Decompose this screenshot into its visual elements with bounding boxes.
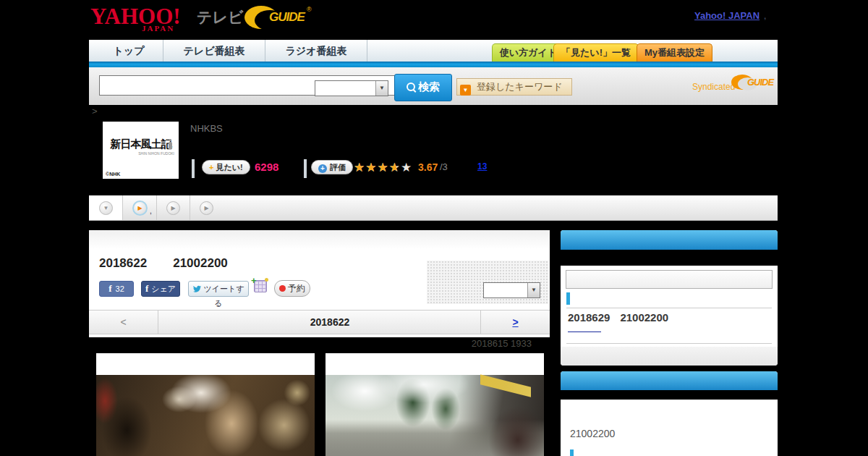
sidebar-box-header[interactable] [561,230,778,250]
episode-nav-row: < 2018622 > [89,310,550,334]
chevron-down-icon: ▼ [527,283,540,297]
rating-denominator: /3 [440,161,448,172]
media-tab-video-3[interactable]: ▶ [190,195,223,220]
tab-top[interactable]: トップ [95,40,163,62]
facebook-like-button[interactable]: f32 [99,281,134,297]
syndicated-label: Syndicated [692,82,735,92]
tab-tv-listings[interactable]: テレビ番組表 [163,40,265,62]
mitai-button[interactable]: +見たい! [202,160,250,174]
prev-episode-button[interactable]: < [89,311,158,334]
sidebar-box-header[interactable] [561,371,778,390]
episode-photo-2 [326,375,544,456]
mitai-list-button[interactable]: 「見たい!」一覧 [553,43,639,62]
chevron-down-icon: ▼ [375,81,388,96]
person-figure-icon [169,139,172,149]
plus-icon: + [318,164,327,173]
main-nav-bar: トップ テレビ番組表 ラジオ番組表 使い方ガイド 「見たい!」一覧 My番組表設… [89,40,778,62]
tab-text-mark: , [150,207,152,215]
registered-keywords-button[interactable]: ▼登録したキーワード [456,78,572,96]
chevron-down-circle-icon: ▼ [99,201,113,215]
sidebar-inner-box [566,270,773,289]
account-suffix: , [764,11,766,21]
current-episode-label: 2018622 [158,311,501,334]
yahoo-japan-link[interactable]: Yahoo! JAPAN [694,10,760,21]
channel-label: NHKBS [190,123,223,134]
page: YAHOO! JAPAN テレビ GUIDE ® Yahoo! JAPAN, ト… [0,0,868,456]
sidebar-box-past: 21002200 [561,371,778,456]
sidebar-entry-link[interactable] [568,332,601,332]
sidebar-box-subheader [561,250,778,266]
sidebar-entry: 201862921002200 [568,311,668,324]
star-icons-filled: ★★★★★ [354,160,396,175]
program-thumbnail: 新日本風土記 SHIN NIHON FUDOKI ©NHK [103,122,179,179]
reserve-button[interactable]: 予約 [274,280,310,297]
divider [192,159,195,178]
breadcrumb: > [92,106,98,117]
episode-photo-card-2[interactable] [326,353,544,456]
tab-radio-listings[interactable]: ラジオ番組表 [265,40,367,62]
syndicated-gguide-text: GUIDE [747,77,773,88]
twitter-bird-icon [192,285,202,293]
search-icon [407,83,415,91]
episode-photo-card-1[interactable] [96,353,315,456]
cyan-marker [570,449,574,456]
star-rating: ★★★★★ ★★★★★ [354,160,412,175]
plus-icon: + [209,163,213,172]
sidebar-box-subheader [561,390,778,400]
sidebar-entry: 21002200 [570,428,615,439]
media-tab-video-2[interactable]: ▶ [156,195,190,220]
episode-select[interactable]: ▼ [483,282,540,298]
media-tab-info[interactable]: ▼ [89,195,123,220]
gguide-registered-mark: ® [307,6,312,13]
review-count-link[interactable]: 13 [477,161,487,172]
search-category-select[interactable]: ▼ [315,80,388,96]
next-episode-link[interactable]: > [480,311,550,334]
yahoo-japan-logo-sub: JAPAN [142,24,174,33]
episode-photo-1 [96,375,315,456]
media-tab-strip: ▼ ▶, ▶ ▶ [89,195,778,221]
divider [566,343,772,344]
sidebar-box-footer [561,347,778,366]
play-circle-icon: ▶ [132,200,148,216]
search-bar: ▼ 検索 ▼登録したキーワード Syndicated GUIDE [89,67,778,105]
cyan-marker [566,292,570,305]
record-dot-icon [279,285,286,292]
chevron-down-icon: ▼ [460,85,471,96]
facebook-icon: f [109,283,111,294]
nav-accent-strip [89,62,778,67]
awning-shape [480,374,531,397]
program-logo-title: 新日本風土記 [103,138,179,151]
episode-title: 201862221002200 [99,256,228,271]
my-listings-settings-button[interactable]: My番組表設定 [637,43,712,62]
add-to-calendar-icon[interactable] [254,280,267,292]
rate-button[interactable]: +評価 [311,160,353,174]
episode-note: 2018615 1933 [89,338,532,349]
divider [304,159,307,178]
episode-card: 201862221002200 f32 fシェア ツイートする 予約 ▼ < 2… [89,230,550,337]
rating-value: 3.67 [418,161,438,173]
facebook-icon: f [145,283,148,294]
sidebar-box-upcoming: 201862921002200 [561,230,778,366]
play-circle-icon: ▶ [200,201,213,215]
facebook-share-button[interactable]: fシェア [141,281,180,297]
copyright-label: ©NHK [106,172,120,177]
tweet-button[interactable]: ツイートする [188,281,249,297]
tv-service-label: テレビ [197,7,243,28]
media-tab-video-active[interactable]: ▶, [123,195,157,220]
gguide-logo-text: GUIDE [269,10,305,25]
divider [566,308,772,308]
program-logo-subtitle: SHIN NIHON FUDOKI [103,151,174,156]
mitai-count: 6298 [255,161,278,173]
play-circle-icon: ▶ [166,201,180,215]
account-area: Yahoo! JAPAN, [694,10,766,21]
search-button[interactable]: 検索 [394,74,452,101]
